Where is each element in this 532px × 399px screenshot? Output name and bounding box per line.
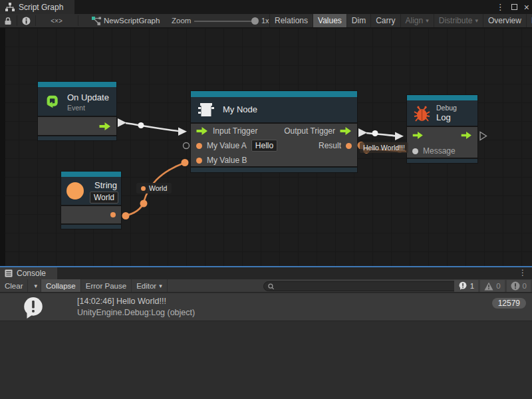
editor-dropdown[interactable]: Editor	[132, 279, 168, 292]
log-entry-row[interactable]: [14:02:46] Hello World!!! UnityEngine.De…	[0, 293, 532, 321]
my-value-a-port[interactable]	[196, 143, 202, 149]
toggle-fullscreen[interactable]: Full S	[526, 14, 532, 27]
my-value-a-label: My Value A	[207, 141, 247, 150]
clear-dropdown[interactable]	[28, 279, 41, 292]
warning-icon	[484, 282, 493, 291]
node-accent-strip	[191, 91, 357, 97]
distribute-dropdown[interactable]: Distribute	[434, 14, 483, 27]
my-value-b-port[interactable]	[196, 158, 202, 164]
breadcrumb[interactable]: NewScriptGraph	[104, 14, 160, 27]
debug-input-trigger-port[interactable]	[412, 132, 424, 139]
tab-console[interactable]: Console	[0, 267, 57, 279]
tab-script-graph[interactable]: Script Graph	[0, 0, 74, 14]
toggle-values[interactable]: Values	[313, 14, 346, 27]
node-subtitle: Event	[67, 104, 85, 112]
collapse-button[interactable]: Collapse	[41, 279, 81, 292]
node-on-update[interactable]: On Update Event	[38, 82, 116, 140]
node-title: String	[94, 180, 117, 190]
toggle-carry[interactable]: Carry	[370, 14, 400, 27]
debug-bug-icon	[414, 105, 430, 122]
console-toolbar: Clear Collapse Error Pause Editor 1	[0, 279, 532, 293]
wire-value-bubble-world: World	[136, 183, 172, 194]
port-row: Input Trigger Output Trigger	[191, 124, 357, 138]
graph-tab-bar: Script Graph ⋮ ×	[0, 0, 532, 14]
error-icon	[511, 281, 520, 291]
graph-toolbar: <×> NewScriptGraph Zoom 1x Relations Val…	[0, 14, 532, 28]
input-trigger-label: Input Trigger	[213, 126, 257, 136]
unity-visual-scripting-window: Script Graph ⋮ × <×>	[0, 0, 532, 399]
clear-button[interactable]: Clear	[0, 279, 28, 292]
console-search[interactable]	[263, 281, 468, 291]
zoom-slider-handle[interactable]	[251, 17, 259, 25]
search-input[interactable]	[278, 283, 464, 291]
debug-output-trigger-port[interactable]	[461, 132, 472, 139]
graph-breadcrumb-icon	[92, 17, 101, 26]
node-title: My Node	[223, 104, 257, 114]
toggle-dim[interactable]: Dim	[346, 14, 370, 27]
message-label: Message	[423, 146, 456, 156]
console-log-list[interactable]: [14:02:46] Hello World!!! UnityEngine.De…	[0, 293, 532, 399]
message-port[interactable]	[412, 148, 418, 154]
edit-source-button[interactable]: <×>	[36, 14, 77, 27]
code-icon: <×>	[51, 17, 63, 25]
value-dot-icon	[141, 186, 146, 191]
info-icon	[22, 17, 31, 25]
close-icon[interactable]: ×	[524, 3, 529, 12]
lock-icon	[4, 17, 12, 25]
port-row	[407, 127, 477, 143]
toggle-overview[interactable]: Overview	[483, 14, 526, 27]
log-info-bubble-icon	[21, 296, 45, 320]
graph-name-label: NewScriptGraph	[104, 17, 160, 25]
my-value-b-label: My Value B	[207, 156, 247, 165]
node-accent-strip	[61, 172, 121, 177]
node-subtitle: Debug	[436, 104, 457, 112]
on-update-loop-icon	[43, 92, 61, 110]
string-icon	[66, 182, 84, 200]
toolbar-separator	[78, 15, 78, 26]
inspect-button[interactable]	[17, 14, 35, 27]
tab-script-graph-label: Script Graph	[19, 3, 63, 12]
toggle-relations[interactable]: Relations	[269, 14, 313, 27]
node-title: Log	[436, 112, 451, 122]
canvas-edge	[0, 28, 5, 266]
node-accent-strip	[38, 82, 116, 87]
console-list-icon	[5, 269, 13, 277]
lock-button[interactable]	[0, 14, 16, 27]
result-label: Result	[319, 141, 341, 150]
zoom-slider[interactable]	[194, 21, 253, 22]
string-value-field[interactable]: World	[90, 192, 118, 203]
log-collapse-count-badge: 12579	[492, 298, 526, 309]
result-port[interactable]	[346, 143, 352, 149]
node-debug-log[interactable]: Debug Log Message	[407, 95, 477, 163]
log-message-line2: UnityEngine.Debug:Log (object)	[77, 308, 195, 317]
log-message-line1: [14:02:46] Hello World!!!	[77, 297, 166, 306]
string-output-port[interactable]	[110, 212, 116, 217]
warning-count-toggle[interactable]: 0	[480, 280, 504, 292]
align-dropdown[interactable]: Align	[400, 14, 434, 27]
node-footer	[61, 223, 121, 229]
graph-hierarchy-icon	[5, 3, 15, 11]
node-my-node[interactable]: My Node Input Trigger Output Trigger My …	[191, 91, 357, 172]
console-menu-icon[interactable]: ⋮	[519, 268, 527, 277]
toolbar-toggle-group: Relations Values Dim Carry Align Distrib…	[269, 14, 532, 27]
port-row: My Value A Hello Result	[191, 138, 357, 153]
output-trigger-label: Output Trigger	[284, 126, 335, 136]
my-value-a-field[interactable]: Hello	[251, 140, 277, 152]
port-row: Message	[407, 143, 477, 159]
output-trigger-port[interactable]	[340, 127, 352, 135]
window-menu-icon[interactable]: ⋮	[496, 2, 505, 12]
error-count-toggle[interactable]: 0	[507, 280, 531, 292]
wire-value-bubble-hello: Hello World!!!	[360, 142, 408, 153]
input-trigger-port[interactable]	[196, 127, 208, 135]
maximize-icon[interactable]	[511, 4, 517, 10]
info-bubble-icon	[458, 281, 467, 291]
search-icon	[268, 283, 275, 290]
info-count-toggle[interactable]: 1	[454, 280, 478, 292]
zoom-label: Zoom	[172, 14, 191, 27]
error-pause-button[interactable]: Error Pause	[81, 279, 132, 292]
trigger-output-port[interactable]	[99, 122, 111, 130]
node-accent-strip	[407, 95, 477, 100]
port-row: My Value B	[191, 153, 357, 168]
console-counters: 1 0 0	[454, 280, 531, 292]
node-string[interactable]: String World	[61, 172, 121, 229]
